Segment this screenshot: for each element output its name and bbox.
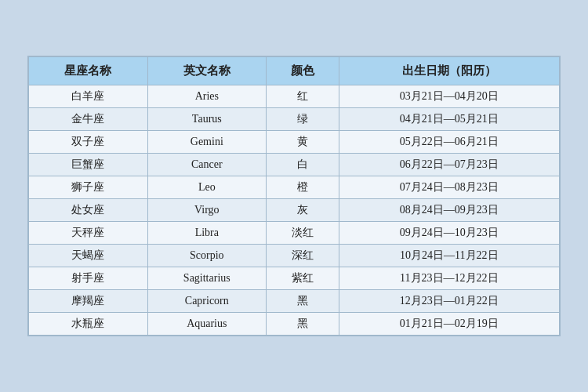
cell-chinese-name: 天秤座 — [29, 222, 148, 245]
cell-english-name: Taurus — [147, 108, 267, 131]
cell-chinese-name: 金牛座 — [29, 108, 148, 131]
cell-color: 灰 — [267, 199, 339, 222]
table-row: 水瓶座Aquarius黑01月21日—02月19日 — [29, 313, 560, 336]
cell-chinese-name: 双子座 — [29, 131, 148, 154]
cell-color: 橙 — [267, 176, 339, 199]
cell-color: 黑 — [267, 313, 339, 336]
cell-color: 白 — [267, 154, 339, 176]
table-row: 天蝎座Scorpio深红10月24日—11月22日 — [29, 245, 560, 267]
header-chinese-name: 星座名称 — [29, 57, 148, 85]
table-row: 摩羯座Capricorn黑12月23日—01月22日 — [29, 290, 560, 313]
cell-chinese-name: 白羊座 — [29, 85, 148, 108]
table-row: 天秤座Libra淡红09月24日—10月23日 — [29, 222, 560, 245]
table-row: 巨蟹座Cancer白06月22日—07月23日 — [29, 154, 560, 176]
cell-chinese-name: 天蝎座 — [29, 245, 148, 267]
cell-date: 07月24日—08月23日 — [339, 176, 559, 199]
cell-english-name: Scorpio — [147, 245, 267, 267]
header-english-name: 英文名称 — [147, 57, 267, 85]
cell-english-name: Aquarius — [147, 313, 267, 336]
table-body: 白羊座Aries红03月21日—04月20日金牛座Taurus绿04月21日—0… — [29, 85, 560, 336]
header-date: 出生日期（阳历） — [339, 57, 559, 85]
table-row: 金牛座Taurus绿04月21日—05月21日 — [29, 108, 560, 131]
cell-chinese-name: 射手座 — [29, 267, 148, 290]
table-row: 处女座Virgo灰08月24日—09月23日 — [29, 199, 560, 222]
cell-color: 红 — [267, 85, 339, 108]
cell-date: 05月22日—06月21日 — [339, 131, 559, 154]
cell-english-name: Libra — [147, 222, 267, 245]
cell-color: 淡红 — [267, 222, 339, 245]
cell-chinese-name: 狮子座 — [29, 176, 148, 199]
table-header-row: 星座名称 英文名称 颜色 出生日期（阳历） — [29, 57, 560, 85]
cell-english-name: Aries — [147, 85, 267, 108]
cell-color: 绿 — [267, 108, 339, 131]
table-row: 双子座Gemini黄05月22日—06月21日 — [29, 131, 560, 154]
cell-chinese-name: 巨蟹座 — [29, 154, 148, 176]
table-row: 射手座Sagittarius紫红11月23日—12月22日 — [29, 267, 560, 290]
zodiac-table-wrapper: 星座名称 英文名称 颜色 出生日期（阳历） 白羊座Aries红03月21日—04… — [27, 56, 561, 336]
cell-chinese-name: 处女座 — [29, 199, 148, 222]
cell-color: 紫红 — [267, 267, 339, 290]
cell-english-name: Capricorn — [147, 290, 267, 313]
cell-date: 09月24日—10月23日 — [339, 222, 559, 245]
cell-date: 01月21日—02月19日 — [339, 313, 559, 336]
cell-date: 10月24日—11月22日 — [339, 245, 559, 267]
header-color: 颜色 — [267, 57, 339, 85]
zodiac-table: 星座名称 英文名称 颜色 出生日期（阳历） 白羊座Aries红03月21日—04… — [28, 56, 560, 336]
cell-color: 深红 — [267, 245, 339, 267]
cell-english-name: Cancer — [147, 154, 267, 176]
table-row: 狮子座Leo橙07月24日—08月23日 — [29, 176, 560, 199]
cell-chinese-name: 水瓶座 — [29, 313, 148, 336]
cell-date: 08月24日—09月23日 — [339, 199, 559, 222]
cell-english-name: Sagittarius — [147, 267, 267, 290]
table-row: 白羊座Aries红03月21日—04月20日 — [29, 85, 560, 108]
cell-date: 04月21日—05月21日 — [339, 108, 559, 131]
cell-date: 03月21日—04月20日 — [339, 85, 559, 108]
cell-english-name: Leo — [147, 176, 267, 199]
cell-date: 06月22日—07月23日 — [339, 154, 559, 176]
cell-date: 11月23日—12月22日 — [339, 267, 559, 290]
cell-date: 12月23日—01月22日 — [339, 290, 559, 313]
cell-color: 黄 — [267, 131, 339, 154]
cell-color: 黑 — [267, 290, 339, 313]
cell-english-name: Virgo — [147, 199, 267, 222]
cell-chinese-name: 摩羯座 — [29, 290, 148, 313]
cell-english-name: Gemini — [147, 131, 267, 154]
